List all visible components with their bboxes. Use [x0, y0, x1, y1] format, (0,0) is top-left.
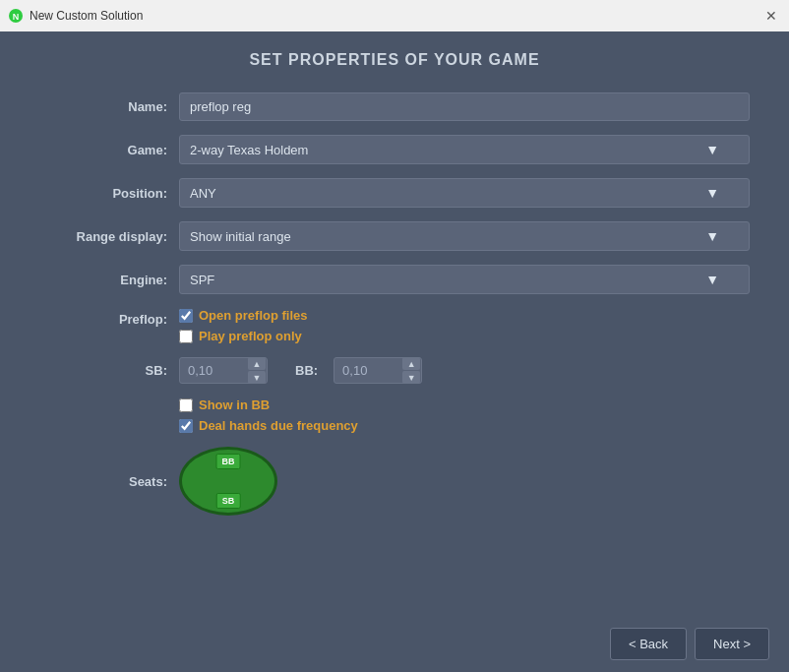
engine-value: SPF — [190, 273, 214, 287]
game-select[interactable]: 2-way Texas Holdem ▼ — [179, 135, 750, 164]
back-button[interactable]: < Back — [610, 628, 687, 660]
seat-sb-chip: SB — [216, 493, 241, 509]
position-value: ANY — [190, 186, 216, 201]
bb-spin-buttons: ▲ ▼ — [402, 357, 420, 384]
preflop-label: Preflop: — [39, 308, 167, 327]
engine-row: Engine: SPF ▼ — [39, 265, 750, 294]
position-row: Position: ANY ▼ — [39, 178, 750, 208]
close-button[interactable]: ✕ — [761, 6, 781, 26]
bb-spin-down[interactable]: ▼ — [402, 371, 420, 384]
title-bar: N New Custom Solution ✕ — [0, 0, 789, 31]
seats-row: Seats: BB SB — [39, 447, 750, 516]
range-display-select-wrapper: Show initial range ▼ — [179, 221, 750, 251]
position-select-wrapper: ANY ▼ — [179, 178, 750, 208]
poker-table: BB SB — [179, 447, 277, 516]
game-select-wrapper: 2-way Texas Holdem ▼ — [179, 135, 750, 164]
sb-spin-up[interactable]: ▲ — [248, 357, 266, 370]
position-select[interactable]: ANY ▼ — [179, 178, 750, 208]
open-preflop-label: Open preflop files — [199, 308, 308, 323]
bb-input-wrapper: ▲ ▼ — [334, 357, 422, 384]
sb-spin-down[interactable]: ▼ — [248, 371, 266, 384]
open-preflop-checkbox[interactable] — [179, 309, 193, 323]
name-input[interactable] — [179, 92, 750, 121]
engine-dropdown-arrow: ▼ — [705, 272, 719, 287]
show-in-bb-row: Show in BB — [179, 397, 750, 412]
form-area: Name: Game: 2-way Texas Holdem ▼ Positio… — [39, 92, 750, 516]
deal-hands-label: Deal hands due frequency — [199, 418, 358, 433]
bb-seat-label: BB — [222, 457, 235, 466]
window-title: New Custom Solution — [30, 9, 756, 23]
bottom-bar: < Back Next > — [0, 616, 789, 672]
bb-spin-up[interactable]: ▲ — [402, 357, 420, 370]
open-preflop-row: Open preflop files — [179, 308, 750, 323]
show-in-bb-label: Show in BB — [199, 397, 270, 412]
deal-hands-checkbox[interactable] — [179, 419, 193, 433]
engine-label: Engine: — [39, 273, 167, 287]
range-display-value: Show initial range — [190, 229, 291, 244]
show-in-bb-checkbox[interactable] — [179, 398, 193, 412]
svg-text:N: N — [13, 12, 20, 22]
name-row: Name: — [39, 92, 750, 121]
range-display-select[interactable]: Show initial range ▼ — [179, 221, 750, 251]
position-dropdown-arrow: ▼ — [705, 185, 719, 201]
sb-label: SB: — [39, 363, 167, 378]
play-preflop-label: Play preflop only — [199, 329, 302, 343]
game-dropdown-arrow: ▼ — [705, 142, 719, 157]
game-value: 2-way Texas Holdem — [190, 143, 308, 157]
seats-label: Seats: — [39, 474, 167, 489]
table-oval: BB SB — [179, 447, 277, 516]
engine-select-wrapper: SPF ▼ — [179, 265, 750, 294]
position-label: Position: — [39, 186, 167, 201]
seats-content: BB SB — [179, 447, 750, 516]
range-display-row: Range display: Show initial range ▼ — [39, 221, 750, 251]
main-window: N New Custom Solution ✕ SET PROPERTIES O… — [0, 0, 789, 672]
deal-hands-row: Deal hands due frequency — [179, 418, 750, 433]
play-preflop-row: Play preflop only — [179, 329, 750, 343]
app-icon: N — [8, 8, 24, 24]
sb-spin-buttons: ▲ ▼ — [248, 357, 266, 384]
sb-input-wrapper: ▲ ▼ — [179, 357, 268, 384]
game-label: Game: — [39, 143, 167, 157]
options-row: Show in BB Deal hands due frequency — [39, 397, 750, 433]
play-preflop-checkbox[interactable] — [179, 330, 193, 343]
preflop-group: Open preflop files Play preflop only — [179, 308, 750, 343]
sb-bb-row: SB: ▲ ▼ BB: ▲ ▼ — [39, 357, 750, 384]
bb-label: BB: — [295, 363, 318, 378]
next-button[interactable]: Next > — [695, 628, 769, 660]
game-row: Game: 2-way Texas Holdem ▼ — [39, 135, 750, 164]
page-title: SET PROPERTIES OF YOUR GAME — [39, 51, 750, 69]
range-display-dropdown-arrow: ▼ — [705, 228, 719, 244]
seat-bb-chip: BB — [216, 454, 241, 469]
engine-select[interactable]: SPF ▼ — [179, 265, 750, 294]
preflop-row: Preflop: Open preflop files Play preflop… — [39, 308, 750, 343]
range-display-label: Range display: — [39, 229, 167, 244]
name-label: Name: — [39, 99, 167, 114]
sb-seat-label: SB — [222, 496, 235, 506]
main-content: SET PROPERTIES OF YOUR GAME Name: Game: … — [0, 31, 789, 616]
sb-bb-inputs: ▲ ▼ BB: ▲ ▼ — [179, 357, 750, 384]
name-field-wrapper — [179, 92, 750, 121]
checkboxes-group: Show in BB Deal hands due frequency — [179, 397, 750, 433]
